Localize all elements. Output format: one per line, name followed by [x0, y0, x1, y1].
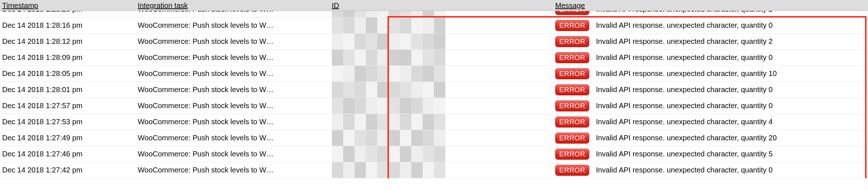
- error-badge: ERROR: [555, 100, 589, 111]
- cell-timestamp: Dec 14 2018 1:28:09 pm: [0, 53, 136, 62]
- redacted-id: [332, 18, 445, 33]
- error-badge: ERROR: [555, 84, 589, 95]
- redacted-id: [332, 66, 445, 81]
- redacted-id: [332, 50, 445, 65]
- message-text: Invalid API response. unexpected charact…: [596, 53, 773, 62]
- cell-task: WooCommerce: Push stock levels to W…: [136, 86, 330, 94]
- table-row[interactable]: Dec 14 2018 1:27:42 pm WooCommerce: Push…: [0, 162, 868, 178]
- cell-id: [330, 130, 553, 146]
- message-text: Invalid API response. unexpected charact…: [596, 150, 773, 158]
- redacted-id: [332, 82, 445, 98]
- redacted-id: [332, 130, 445, 146]
- table-row[interactable]: Dec 14 2018 1:27:46 pm WooCommerce: Push…: [0, 146, 868, 162]
- cell-timestamp: Dec 14 2018 1:28:12 pm: [0, 37, 136, 46]
- cell-task: WooCommerce: Push stock levels to W…: [136, 37, 330, 46]
- error-badge: ERROR: [555, 165, 589, 176]
- error-badge: ERROR: [555, 149, 589, 160]
- cell-task: WooCommerce: Push stock levels to W…: [136, 11, 330, 14]
- message-text: Invalid API response. unexpected charact…: [596, 37, 773, 46]
- cell-timestamp: Dec 14 2018 1:27:46 pm: [0, 150, 136, 158]
- redacted-id: [332, 162, 445, 178]
- cell-message: ERROR Invalid API response. unexpected c…: [553, 11, 868, 15]
- table-row[interactable]: Dec 14 2018 1:28:12 pm WooCommerce: Push…: [0, 34, 868, 50]
- cell-task: WooCommerce: Push stock levels to W…: [136, 69, 330, 78]
- redacted-id: [332, 114, 445, 130]
- cell-id: [330, 82, 553, 98]
- cell-task: WooCommerce: Push stock levels to W…: [136, 53, 330, 62]
- cell-message: ERROR Invalid API response. unexpected c…: [553, 133, 868, 144]
- column-header-task[interactable]: Integration task: [136, 1, 330, 11]
- cell-timestamp: Dec 14 2018 1:27:53 pm: [0, 118, 136, 126]
- redacted-id: [332, 146, 445, 162]
- cell-message: ERROR Invalid API response. unexpected c…: [553, 117, 868, 128]
- message-text: Invalid API response. unexpected charact…: [596, 86, 773, 94]
- cell-id: [330, 34, 553, 49]
- error-badge: ERROR: [555, 68, 589, 79]
- cell-task: WooCommerce: Push stock levels to W…: [136, 21, 330, 30]
- cell-id: [330, 98, 553, 114]
- redacted-id: [332, 11, 445, 17]
- table-row[interactable]: Dec 14 2018 1:27:57 pm WooCommerce: Push…: [0, 98, 868, 114]
- column-header-timestamp[interactable]: Timestamp: [0, 1, 136, 11]
- cell-message: ERROR Invalid API response. unexpected c…: [553, 20, 868, 31]
- error-badge: ERROR: [555, 133, 589, 144]
- cell-timestamp: Dec 14 2018 1:27:57 pm: [0, 102, 136, 110]
- column-header-message[interactable]: Message: [553, 1, 868, 11]
- message-text: Invalid API response. unexpected charact…: [596, 134, 777, 142]
- table-row[interactable]: Dec 14 2018 1:28:20 pm WooCommerce: Push…: [0, 11, 868, 18]
- cell-task: WooCommerce: Push stock levels to W…: [136, 134, 330, 142]
- cell-timestamp: Dec 14 2018 1:28:20 pm: [0, 11, 136, 14]
- error-badge: ERROR: [555, 11, 589, 15]
- table-row[interactable]: Dec 14 2018 1:27:53 pm WooCommerce: Push…: [0, 114, 868, 130]
- cell-timestamp: Dec 14 2018 1:28:01 pm: [0, 86, 136, 94]
- error-badge: ERROR: [555, 36, 589, 47]
- cell-id: [330, 146, 553, 162]
- cell-id: [330, 66, 553, 81]
- cell-timestamp: Dec 14 2018 1:27:42 pm: [0, 166, 136, 174]
- cell-task: WooCommerce: Push stock levels to W…: [136, 166, 330, 174]
- cell-id: [330, 50, 553, 65]
- column-header-id[interactable]: ID: [330, 1, 553, 11]
- table-row[interactable]: Dec 14 2018 1:28:16 pm WooCommerce: Push…: [0, 18, 868, 34]
- cell-task: WooCommerce: Push stock levels to W…: [136, 150, 330, 158]
- message-text: Invalid API response. unexpected charact…: [596, 69, 777, 78]
- cell-message: ERROR Invalid API response. unexpected c…: [553, 100, 868, 111]
- cell-message: ERROR Invalid API response. unexpected c…: [553, 52, 868, 63]
- table-header: Timestamp Integration task ID Message: [0, 0, 868, 11]
- cell-timestamp: Dec 14 2018 1:28:05 pm: [0, 69, 136, 78]
- cell-message: ERROR Invalid API response. unexpected c…: [553, 84, 868, 95]
- cell-timestamp: Dec 14 2018 1:27:49 pm: [0, 134, 136, 142]
- error-badge: ERROR: [555, 117, 589, 128]
- redacted-id: [332, 34, 445, 49]
- message-text: Invalid API response. unexpected charact…: [596, 11, 773, 14]
- cell-task: WooCommerce: Push stock levels to W…: [136, 118, 330, 126]
- message-text: Invalid API response. unexpected charact…: [596, 102, 773, 110]
- cell-id: [330, 11, 553, 17]
- error-badge: ERROR: [555, 20, 589, 31]
- cell-id: [330, 162, 553, 178]
- error-badge: ERROR: [555, 52, 589, 63]
- table-row[interactable]: Dec 14 2018 1:28:01 pm WooCommerce: Push…: [0, 82, 868, 98]
- cell-timestamp: Dec 14 2018 1:28:16 pm: [0, 21, 136, 30]
- cell-id: [330, 114, 553, 130]
- cell-message: ERROR Invalid API response. unexpected c…: [553, 165, 868, 176]
- cell-id: [330, 18, 553, 33]
- message-text: Invalid API response. unexpected charact…: [596, 118, 773, 126]
- cell-message: ERROR Invalid API response. unexpected c…: [553, 68, 868, 79]
- table-row[interactable]: Dec 14 2018 1:28:05 pm WooCommerce: Push…: [0, 66, 868, 82]
- cell-message: ERROR Invalid API response. unexpected c…: [553, 149, 868, 160]
- message-text: Invalid API response. unexpected charact…: [596, 21, 773, 30]
- message-text: Invalid API response. unexpected charact…: [596, 166, 773, 174]
- cell-message: ERROR Invalid API response. unexpected c…: [553, 36, 868, 47]
- redacted-id: [332, 98, 445, 114]
- table-row[interactable]: Dec 14 2018 1:28:09 pm WooCommerce: Push…: [0, 50, 868, 66]
- cell-task: WooCommerce: Push stock levels to W…: [136, 102, 330, 110]
- table-row[interactable]: Dec 14 2018 1:27:49 pm WooCommerce: Push…: [0, 130, 868, 146]
